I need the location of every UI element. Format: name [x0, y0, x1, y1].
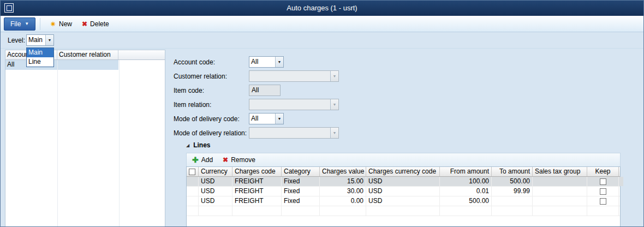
add-line-button[interactable]: ✚ Add — [192, 156, 213, 164]
item-relation-combobox: ▼ — [249, 99, 339, 110]
delete-button[interactable]: ✖ Delete — [77, 17, 114, 31]
cell-filler — [619, 196, 623, 206]
lines-collapse-triangle-icon[interactable]: ◢ — [186, 143, 189, 148]
lines-row-3[interactable]: USD FREIGHT Fixed 0.00 USD 500.00 — [187, 196, 620, 206]
col-header-keep[interactable]: Keep — [587, 167, 619, 176]
col-header-to-amount[interactable]: To amount — [492, 167, 533, 176]
overview-cell-customer-relation[interactable] — [57, 60, 118, 70]
cell-to-amount[interactable]: 99.99 — [492, 187, 533, 196]
cell-charges-code[interactable]: FREIGHT — [232, 196, 282, 206]
field-row-account-code: Account code: All ▼ — [174, 56, 284, 68]
select-all-cell — [187, 167, 199, 176]
col-header-from-amount[interactable]: From amount — [440, 167, 492, 176]
cell-charges-value[interactable]: 15.00 — [320, 177, 366, 186]
delete-button-label: Delete — [90, 20, 109, 28]
lines-row-empty[interactable] — [187, 206, 620, 216]
col-header-category[interactable]: Category — [282, 167, 320, 176]
mode-of-delivery-code-label: Mode of delivery code: — [174, 115, 249, 123]
lines-row-2[interactable]: USD FREIGHT Fixed 30.00 USD 0.01 99.99 — [187, 187, 620, 196]
keep-checkbox[interactable] — [600, 178, 606, 185]
overview-grid-column-line — [119, 60, 120, 226]
customer-relation-combobox: ▼ — [249, 70, 339, 82]
window-title: Auto charges (1 - usrt) — [1, 1, 643, 16]
col-header-charges-code[interactable]: Charges code — [232, 167, 282, 176]
cell-keep — [587, 187, 619, 196]
window-body: Account code Customer relation All Accou… — [1, 49, 643, 226]
keep-checkbox[interactable] — [600, 188, 606, 195]
col-header-sales-tax-group[interactable]: Sales tax group — [533, 167, 587, 176]
row-selector-cell[interactable] — [187, 187, 199, 196]
keep-checkbox[interactable] — [600, 198, 606, 205]
lines-group-header[interactable]: ◢ Lines — [186, 141, 211, 149]
cell-from-amount[interactable]: 100.00 — [440, 177, 492, 186]
cell-sales-tax-group[interactable] — [533, 187, 587, 196]
field-row-mode-of-delivery-code: Mode of delivery code: All ▼ — [174, 113, 284, 124]
row-selector-cell[interactable] — [187, 196, 199, 206]
cell-currency[interactable]: USD — [199, 187, 232, 196]
item-code-field[interactable]: All — [249, 85, 281, 96]
main-toolbar: File ▼ ✷ New ✖ Delete — [1, 16, 643, 32]
cell-keep — [587, 196, 619, 206]
lines-grid: Currency Charges code Category Charges v… — [186, 166, 621, 226]
file-menu-label: File — [10, 20, 21, 28]
cell-to-amount[interactable]: 500.00 — [492, 177, 533, 186]
cell-charges-currency-code[interactable]: USD — [366, 196, 440, 206]
select-all-checkbox[interactable] — [189, 169, 195, 175]
col-header-filler — [118, 50, 165, 59]
mode-of-delivery-code-dropdown-icon[interactable]: ▼ — [275, 113, 283, 124]
cell-charges-value[interactable]: 0.00 — [320, 196, 366, 206]
cell-charges-currency-code[interactable]: USD — [366, 187, 440, 196]
auto-charges-window: Auto charges (1 - usrt) File ▼ ✷ New ✖ D… — [0, 0, 644, 227]
add-plus-icon: ✚ — [192, 156, 199, 164]
row-selector-cell[interactable] — [187, 177, 199, 186]
customer-relation-dropdown-icon: ▼ — [330, 71, 338, 81]
level-dropdown-arrow-icon[interactable]: ▼ — [45, 35, 53, 45]
cell-category[interactable]: Fixed — [282, 196, 320, 206]
col-header-customer-relation[interactable]: Customer relation — [57, 50, 118, 59]
level-option-line[interactable]: Line — [27, 57, 53, 67]
cell-charges-value[interactable]: 30.00 — [320, 187, 366, 196]
cell-sales-tax-group[interactable] — [533, 177, 587, 186]
cell-currency[interactable]: USD — [199, 177, 232, 186]
account-code-dropdown-icon[interactable]: ▼ — [275, 57, 283, 67]
lines-row-1[interactable]: USD FREIGHT Fixed 15.00 USD 100.00 500.0… — [187, 177, 620, 187]
col-header-currency[interactable]: Currency — [199, 167, 232, 176]
level-label: Level: — [8, 37, 25, 44]
title-bar: Auto charges (1 - usrt) — [1, 1, 643, 16]
item-code-label: Item code: — [174, 87, 249, 94]
remove-line-button[interactable]: ✖ Remove — [223, 156, 255, 164]
mode-of-delivery-code-combobox[interactable]: All ▼ — [249, 113, 284, 124]
mode-of-delivery-relation-label: Mode of delivery relation: — [174, 129, 249, 137]
cell-from-amount[interactable]: 0.01 — [440, 187, 492, 196]
cell-to-amount[interactable] — [492, 196, 533, 206]
new-star-icon: ✷ — [50, 20, 56, 28]
level-option-main[interactable]: Main — [27, 48, 53, 57]
level-filter-row: Level: Main ▼ — [1, 32, 643, 49]
cell-category[interactable]: Fixed — [282, 187, 320, 196]
field-row-customer-relation: Customer relation: ▼ — [174, 70, 339, 82]
lines-group-title: Lines — [193, 141, 210, 149]
mode-of-delivery-relation-value — [249, 128, 330, 138]
cell-from-amount[interactable]: 500.00 — [440, 196, 492, 206]
account-code-label: Account code: — [174, 58, 249, 66]
cell-currency[interactable]: USD — [199, 196, 232, 206]
account-code-combobox[interactable]: All ▼ — [249, 56, 284, 68]
customer-relation-value — [249, 71, 330, 81]
col-header-charges-value[interactable]: Charges value — [320, 167, 366, 176]
cell-charges-currency-code[interactable]: USD — [366, 177, 440, 186]
cell-charges-code[interactable]: FREIGHT — [232, 187, 282, 196]
cell-charges-code[interactable]: FREIGHT — [232, 177, 282, 186]
mode-of-delivery-code-value: All — [249, 113, 275, 124]
new-button[interactable]: ✷ New — [45, 17, 77, 31]
item-relation-value — [249, 99, 330, 110]
overview-grid: Account code Customer relation All — [5, 50, 165, 226]
col-header-charges-currency-code[interactable]: Charges currency code — [366, 167, 440, 176]
overview-cell-filler — [118, 60, 165, 70]
file-menu-button[interactable]: File ▼ — [4, 17, 35, 31]
mode-of-delivery-relation-dropdown-icon: ▼ — [330, 128, 338, 138]
account-code-value: All — [249, 57, 275, 67]
level-combobox[interactable]: Main ▼ — [26, 34, 54, 46]
cell-sales-tax-group[interactable] — [533, 196, 587, 206]
customer-relation-label: Customer relation: — [174, 73, 249, 80]
cell-category[interactable]: Fixed — [282, 177, 320, 186]
